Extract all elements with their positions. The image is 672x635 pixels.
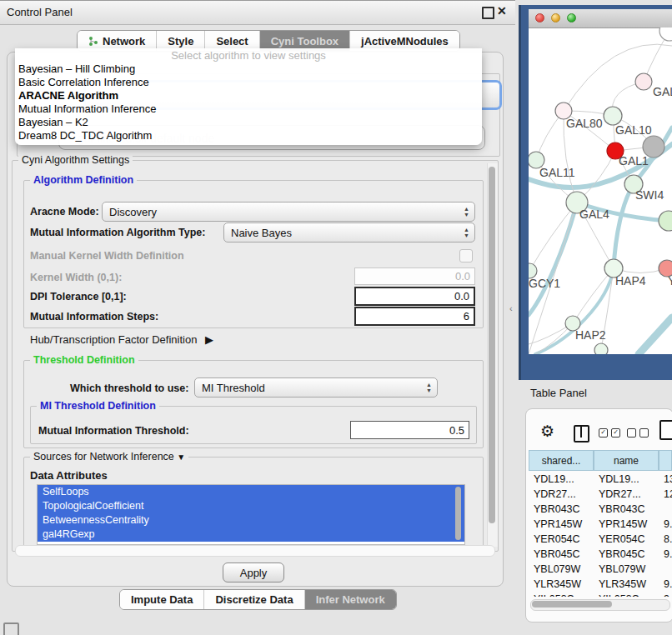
hub-definition-label[interactable]: Hub/Transcription Factor Definition ▶: [30, 333, 213, 346]
tab-infer-network[interactable]: Infer Network: [305, 590, 396, 609]
network-node-label: HAP4: [615, 274, 646, 288]
kernel-width-field[interactable]: 0.0: [354, 268, 475, 285]
algorithm-option[interactable]: ARACNE Algorithm: [15, 89, 482, 102]
table-cell: 12: [659, 487, 672, 502]
unchecked-box-icon: [627, 428, 636, 438]
dropdown-placeholder: Select algorithm to view settings: [15, 48, 482, 62]
network-edge[interactable]: [529, 202, 577, 271]
mi-type-label: Mutual Information Algorithm Type:: [30, 227, 205, 238]
float-panel-icon[interactable]: [482, 7, 494, 19]
close-window-button[interactable]: [535, 13, 544, 22]
table-cell: 8.: [659, 532, 672, 547]
network-edge-thick[interactable]: [529, 202, 577, 315]
table-cell: YDR27...: [594, 487, 659, 502]
mi-steps-label: Mutual Information Steps:: [30, 311, 158, 322]
data-attributes-list[interactable]: SelfLoopsTopologicalCoefficientBetweenne…: [37, 484, 465, 545]
table-cell: 9.: [659, 547, 672, 562]
algorithm-dropdown-popup: Select algorithm to view settings Bayesi…: [15, 48, 482, 145]
table-row[interactable]: YDR27...YDR27...12: [529, 487, 672, 502]
tab-impute-data[interactable]: Impute Data: [120, 590, 204, 609]
combo-arrows-icon: ▲▼: [426, 382, 432, 393]
algorithm-option[interactable]: Mutual Information Inference: [15, 102, 482, 116]
algorithm-option[interactable]: Dream8 DC_TDC Algorithm: [15, 129, 482, 142]
network-node-label: GAL11: [539, 166, 575, 179]
data-attributes-label: Data Attributes: [30, 469, 108, 482]
minimize-window-button[interactable]: [551, 13, 560, 22]
settings-scrollbar-thumb[interactable]: [489, 167, 495, 523]
table-cell: YER054C: [529, 532, 594, 547]
gear-icon[interactable]: ⚙: [540, 422, 554, 441]
control-panel-titlebar: [0, 0, 515, 25]
checked-pair-icon[interactable]: ✓ ✓: [599, 428, 620, 438]
table-row[interactable]: YBL079WYBL079W: [529, 562, 672, 577]
network-node-label: GAL4: [579, 208, 609, 221]
dpi-tolerance-field[interactable]: 0.0: [354, 287, 475, 306]
unchecked-pair-icon[interactable]: [627, 428, 649, 438]
network-node-label: GAL: [653, 85, 672, 98]
algorithm-list: Bayesian – Hill ClimbingBasic Correlatio…: [15, 62, 482, 142]
table-cell: YBL079W: [594, 562, 659, 577]
which-threshold-label: Which threshold to use:: [70, 382, 188, 394]
algorithm-option[interactable]: Basic Correlation Inference: [15, 76, 482, 89]
columns-icon[interactable]: [574, 425, 589, 442]
sources-group-title[interactable]: Sources for Network Inference ▼: [30, 451, 188, 462]
tab-discretize-data[interactable]: Discretize Data: [204, 590, 304, 609]
control-panel-title: Control Panel: [7, 6, 73, 18]
algorithm-definition-title: Algorithm Definition: [30, 174, 137, 186]
table-row[interactable]: YPR145WYPR145W9.: [529, 517, 672, 532]
close-panel-icon[interactable]: ✕: [497, 4, 507, 18]
network-edge[interactable]: [573, 268, 614, 323]
network-node-label: GAL10: [615, 123, 652, 137]
which-threshold-combobox[interactable]: MI Threshold ▲▼: [194, 378, 438, 398]
attribute-item[interactable]: BetweennessCentrality: [38, 513, 464, 528]
zoom-window-button[interactable]: [567, 13, 576, 22]
panel-collapse-arrow[interactable]: ‹: [509, 303, 513, 313]
table-row[interactable]: YIL053CYIL053C9.: [529, 592, 672, 597]
table-hscrollbar-thumb[interactable]: [532, 601, 612, 608]
manual-kernel-checkbox[interactable]: [459, 249, 473, 262]
document-icon[interactable]: [659, 420, 672, 440]
network-node[interactable]: [659, 28, 672, 41]
network-node[interactable]: [594, 343, 608, 354]
network-node-label: SWI4: [635, 188, 664, 202]
network-node[interactable]: [604, 107, 622, 125]
table-row[interactable]: YER054CYER054C8.: [529, 532, 672, 547]
tab-label: Style: [168, 35, 193, 48]
table-cell: YDL19...: [529, 472, 594, 487]
column-header[interactable]: name: [594, 450, 659, 471]
attribute-item[interactable]: TopologicalCoefficient: [38, 499, 464, 513]
table-row[interactable]: YBR045CYBR045C9.: [529, 547, 672, 562]
attributes-scrollbar-thumb[interactable]: [455, 487, 461, 540]
mi-threshold-field[interactable]: 0.5: [350, 421, 469, 439]
attribute-item[interactable]: SelfLoops: [38, 485, 464, 499]
network-edge-thick[interactable]: [639, 318, 672, 354]
network-window-titlebar[interactable]: [529, 9, 672, 28]
settings-hscrollbar[interactable]: [15, 545, 495, 557]
table-row[interactable]: YDL19...YDL19...13: [529, 472, 672, 487]
apply-button[interactable]: Apply: [223, 562, 284, 582]
mi-steps-field[interactable]: 6: [354, 307, 475, 326]
tab-label: jActiveMNodules: [361, 35, 449, 48]
tab-label: Cyni Toolbox: [271, 35, 339, 48]
column-header[interactable]: [659, 450, 672, 471]
tab-label: Select: [216, 35, 248, 48]
unchecked-box-icon: [639, 428, 649, 438]
network-node[interactable]: [659, 211, 672, 231]
aracne-mode-combobox[interactable]: Discovery ▲▼: [102, 202, 475, 222]
column-header[interactable]: shared...: [529, 450, 594, 471]
table-row[interactable]: YBR043CYBR043C: [529, 502, 672, 517]
table-row[interactable]: YLR345WYLR345W9.: [529, 577, 672, 592]
network-graph-canvas[interactable]: GALGAL80GAL10GAL1GAL11SWI4GAL4GCY1HAP4YH…: [529, 28, 672, 354]
algorithm-option[interactable]: Bayesian – K2: [15, 116, 482, 129]
mi-type-combobox[interactable]: Naive Bayes ▲▼: [223, 222, 475, 242]
mi-threshold-group-title: MI Threshold Definition: [37, 400, 159, 412]
table-cell: 9.: [659, 577, 672, 592]
kernel-width-label: Kernel Width (0,1):: [30, 272, 122, 283]
network-node[interactable]: [635, 73, 652, 90]
collapse-arrow-icon[interactable]: ▼: [177, 452, 185, 462]
attribute-item[interactable]: gal4RGexp: [38, 528, 464, 542]
expand-arrow-icon[interactable]: ▶: [205, 333, 213, 346]
algorithm-option[interactable]: Bayesian – Hill Climbing: [15, 62, 482, 76]
settings-group-title: Cyni Algorithm Settings: [18, 154, 133, 166]
network-edge[interactable]: [564, 44, 672, 111]
